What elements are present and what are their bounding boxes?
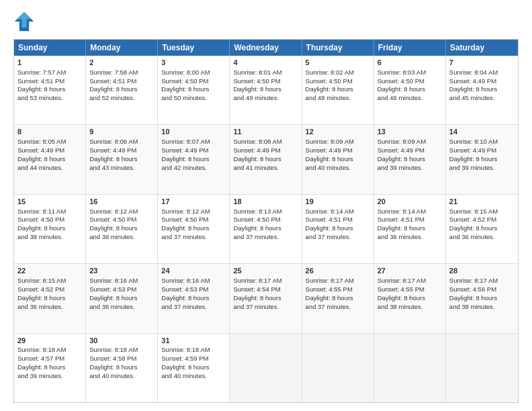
calendar-cell: 30Sunrise: 8:18 AMSunset: 4:58 PMDayligh… (86, 334, 158, 402)
day-number: 10 (161, 127, 226, 137)
calendar-cell: 29Sunrise: 8:18 AMSunset: 4:57 PMDayligh… (14, 334, 86, 402)
calendar-cell (230, 334, 302, 402)
weekday-header: Friday (374, 40, 446, 56)
day-number: 13 (378, 127, 442, 137)
calendar-cell: 12Sunrise: 8:09 AMSunset: 4:49 PMDayligh… (302, 125, 374, 193)
logo (13, 11, 39, 32)
calendar-cell: 22Sunrise: 8:15 AMSunset: 4:52 PMDayligh… (14, 264, 86, 332)
day-number: 2 (89, 58, 154, 68)
calendar-cell: 25Sunrise: 8:17 AMSunset: 4:54 PMDayligh… (230, 264, 302, 332)
calendar-cell: 19Sunrise: 8:14 AMSunset: 4:51 PMDayligh… (302, 195, 374, 263)
weekday-header: Saturday (446, 40, 518, 56)
weekday-header: Tuesday (158, 40, 230, 56)
calendar-cell (302, 334, 374, 402)
calendar-cell: 18Sunrise: 8:13 AMSunset: 4:50 PMDayligh… (230, 195, 302, 263)
calendar-cell: 28Sunrise: 8:17 AMSunset: 4:56 PMDayligh… (446, 264, 518, 332)
calendar-row: 8Sunrise: 8:05 AMSunset: 4:49 PMDaylight… (14, 125, 518, 194)
calendar-cell: 10Sunrise: 8:07 AMSunset: 4:49 PMDayligh… (158, 125, 230, 193)
calendar-cell: 3Sunrise: 8:00 AMSunset: 4:50 PMDaylight… (158, 56, 230, 124)
day-number: 11 (233, 127, 298, 137)
calendar-cell (446, 334, 518, 402)
calendar-cell: 20Sunrise: 8:14 AMSunset: 4:51 PMDayligh… (374, 195, 446, 263)
calendar-cell: 27Sunrise: 8:17 AMSunset: 4:55 PMDayligh… (374, 264, 446, 332)
calendar-cell: 1Sunrise: 7:57 AMSunset: 4:51 PMDaylight… (14, 56, 86, 124)
calendar-cell: 23Sunrise: 8:16 AMSunset: 4:53 PMDayligh… (86, 264, 158, 332)
day-number: 29 (17, 336, 82, 346)
calendar-cell: 2Sunrise: 7:58 AMSunset: 4:51 PMDaylight… (86, 56, 158, 124)
weekday-header: Sunday (14, 40, 86, 56)
calendar-cell: 26Sunrise: 8:17 AMSunset: 4:55 PMDayligh… (302, 264, 374, 332)
day-number: 14 (449, 127, 515, 137)
calendar-cell: 8Sunrise: 8:05 AMSunset: 4:49 PMDaylight… (14, 125, 86, 193)
calendar-cell: 4Sunrise: 8:01 AMSunset: 4:50 PMDaylight… (230, 56, 302, 124)
day-number: 18 (233, 197, 298, 207)
calendar-cell: 11Sunrise: 8:08 AMSunset: 4:49 PMDayligh… (230, 125, 302, 193)
day-number: 25 (233, 266, 298, 276)
page: SundayMondayTuesdayWednesdayThursdayFrid… (0, 0, 532, 411)
day-number: 16 (89, 197, 154, 207)
day-number: 28 (449, 266, 515, 276)
calendar-row: 22Sunrise: 8:15 AMSunset: 4:52 PMDayligh… (14, 264, 518, 333)
day-number: 21 (449, 197, 515, 207)
day-number: 23 (89, 266, 154, 276)
calendar-row: 29Sunrise: 8:18 AMSunset: 4:57 PMDayligh… (14, 334, 518, 402)
calendar-cell: 24Sunrise: 8:16 AMSunset: 4:53 PMDayligh… (158, 264, 230, 332)
day-number: 26 (306, 266, 370, 276)
calendar-cell: 14Sunrise: 8:10 AMSunset: 4:49 PMDayligh… (446, 125, 518, 193)
weekday-header: Monday (86, 40, 158, 56)
calendar: SundayMondayTuesdayWednesdayThursdayFrid… (13, 39, 519, 403)
day-number: 8 (17, 127, 82, 137)
calendar-cell: 31Sunrise: 8:18 AMSunset: 4:59 PMDayligh… (158, 334, 230, 402)
calendar-cell: 5Sunrise: 8:02 AMSunset: 4:50 PMDaylight… (302, 56, 374, 124)
day-number: 12 (306, 127, 370, 137)
calendar-row: 15Sunrise: 8:11 AMSunset: 4:50 PMDayligh… (14, 195, 518, 264)
logo-icon (13, 11, 35, 32)
day-number: 31 (161, 336, 226, 346)
calendar-cell: 6Sunrise: 8:03 AMSunset: 4:50 PMDaylight… (374, 56, 446, 124)
day-number: 30 (89, 336, 154, 346)
calendar-row: 1Sunrise: 7:57 AMSunset: 4:51 PMDaylight… (14, 56, 518, 125)
weekday-header: Thursday (302, 40, 374, 56)
day-number: 3 (161, 58, 226, 68)
calendar-cell: 13Sunrise: 8:09 AMSunset: 4:49 PMDayligh… (374, 125, 446, 193)
day-number: 4 (233, 58, 298, 68)
day-number: 20 (378, 197, 442, 207)
day-number: 7 (449, 58, 515, 68)
day-number: 24 (161, 266, 226, 276)
day-number: 6 (378, 58, 442, 68)
day-number: 19 (306, 197, 370, 207)
weekday-header: Wednesday (230, 40, 302, 56)
day-number: 1 (17, 58, 82, 68)
calendar-body: 1Sunrise: 7:57 AMSunset: 4:51 PMDaylight… (14, 56, 518, 402)
day-number: 17 (161, 197, 226, 207)
day-number: 22 (17, 266, 82, 276)
day-number: 27 (378, 266, 442, 276)
calendar-header: SundayMondayTuesdayWednesdayThursdayFrid… (14, 40, 518, 56)
calendar-cell: 9Sunrise: 8:06 AMSunset: 4:49 PMDaylight… (86, 125, 158, 193)
header (13, 11, 519, 32)
calendar-cell: 7Sunrise: 8:04 AMSunset: 4:49 PMDaylight… (446, 56, 518, 124)
day-number: 15 (17, 197, 82, 207)
calendar-cell: 21Sunrise: 8:15 AMSunset: 4:52 PMDayligh… (446, 195, 518, 263)
day-number: 9 (89, 127, 154, 137)
calendar-cell: 17Sunrise: 8:12 AMSunset: 4:50 PMDayligh… (158, 195, 230, 263)
calendar-cell (374, 334, 446, 402)
calendar-cell: 15Sunrise: 8:11 AMSunset: 4:50 PMDayligh… (14, 195, 86, 263)
day-number: 5 (306, 58, 370, 68)
calendar-cell: 16Sunrise: 8:12 AMSunset: 4:50 PMDayligh… (86, 195, 158, 263)
